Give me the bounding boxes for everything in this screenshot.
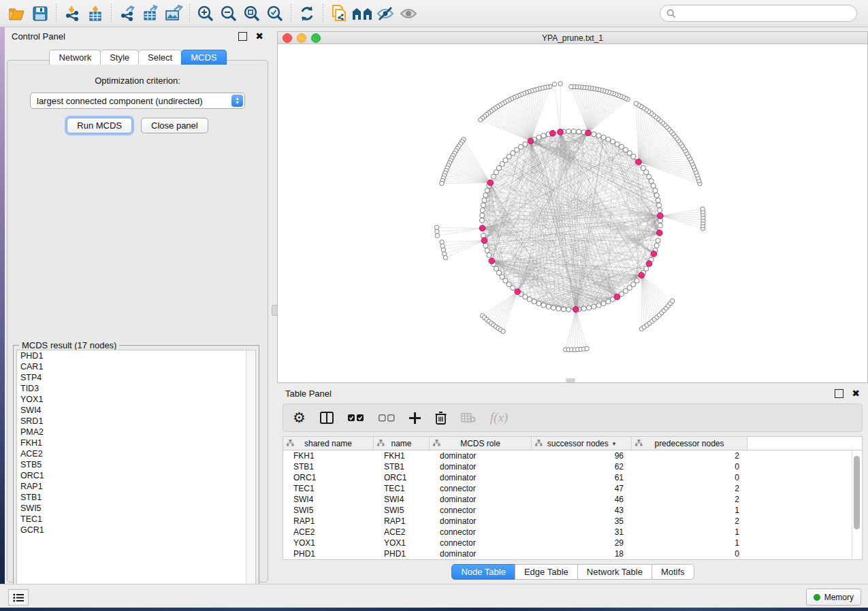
mcds-list-item[interactable]: CAR1	[17, 361, 255, 372]
mcds-list-item[interactable]: RAP1	[17, 481, 255, 492]
graph-node[interactable]	[541, 303, 546, 308]
mcds-list-item[interactable]: STB5	[17, 459, 255, 470]
node-table[interactable]: shared namenameMCDS rolesuccessor nodes▾…	[283, 436, 863, 560]
mcds-list-item[interactable]: SWI4	[17, 405, 255, 416]
table-row[interactable]: TEC1TEC1connector472	[283, 483, 862, 494]
mcds-list-item[interactable]: PHD1	[17, 350, 255, 361]
tab-edge-table[interactable]: Edge Table	[515, 564, 578, 580]
graph-node[interactable]	[656, 238, 660, 243]
close-table-panel-icon[interactable]: ✖	[852, 389, 860, 398]
refresh-layout-button[interactable]	[295, 3, 319, 24]
graph-node[interactable]	[483, 193, 488, 197]
graph-node[interactable]	[644, 266, 649, 271]
float-panel-icon[interactable]	[238, 32, 247, 41]
graph-leaf-node[interactable]	[479, 118, 483, 122]
close-panel-icon[interactable]: ✖	[255, 31, 263, 41]
column-header-MCDS-role[interactable]: MCDS role	[430, 437, 532, 450]
export-image-button[interactable]	[162, 3, 185, 24]
create-column-icon[interactable]	[409, 412, 421, 424]
import-network-button[interactable]	[61, 3, 84, 24]
open-file-button[interactable]	[5, 3, 29, 24]
table-row[interactable]: YOX1YOX1connector291	[283, 538, 862, 548]
graph-node[interactable]	[592, 304, 596, 309]
graph-node[interactable]	[491, 174, 496, 179]
table-row[interactable]: ORC1ORC1dominator610	[283, 472, 862, 483]
mcds-list-item[interactable]: SWI5	[17, 503, 255, 514]
float-table-panel-icon[interactable]	[835, 389, 843, 398]
criterion-select[interactable]: largest connected component (undirected)…	[30, 93, 245, 109]
graph-leaf-node[interactable]	[443, 255, 447, 259]
graph-mcds-hub-node[interactable]	[528, 138, 534, 144]
graph-mcds-hub-node[interactable]	[481, 237, 487, 244]
show-all-button[interactable]	[397, 3, 420, 24]
graph-mcds-hub-node[interactable]	[515, 288, 521, 295]
graph-node[interactable]	[536, 135, 541, 139]
graph-node[interactable]	[586, 306, 591, 310]
graph-mcds-hub-node[interactable]	[479, 225, 485, 231]
vertical-splitter[interactable]	[271, 27, 277, 584]
graph-leaf-node[interactable]	[701, 207, 705, 211]
delete-table-icon[interactable]	[461, 413, 476, 423]
unselect-all-columns-icon[interactable]	[379, 414, 395, 422]
graph-node[interactable]	[606, 137, 611, 142]
graph-leaf-node[interactable]	[501, 329, 505, 333]
graph-mcds-hub-node[interactable]	[558, 129, 564, 135]
graph-node[interactable]	[615, 142, 620, 146]
graph-node[interactable]	[480, 213, 485, 218]
graph-node[interactable]	[480, 208, 485, 212]
graph-node[interactable]	[592, 132, 596, 137]
graph-mcds-hub-node[interactable]	[658, 213, 664, 219]
graph-mcds-hub-node[interactable]	[549, 131, 556, 137]
graph-mcds-hub-node[interactable]	[639, 272, 645, 278]
graph-mcds-hub-node[interactable]	[573, 307, 579, 313]
export-table-button[interactable]	[139, 3, 162, 24]
graph-node[interactable]	[658, 223, 662, 228]
graph-leaf-node[interactable]	[634, 101, 638, 105]
mcds-list-item[interactable]: STP4	[17, 372, 255, 383]
zoom-in-button[interactable]	[194, 3, 217, 24]
graph-node[interactable]	[571, 129, 576, 133]
tab-network[interactable]: Network	[49, 50, 101, 65]
graph-leaf-node[interactable]	[440, 240, 444, 244]
graph-node[interactable]	[649, 179, 654, 184]
graph-node[interactable]	[653, 188, 658, 193]
mcds-list-item[interactable]: TEC1	[17, 514, 255, 525]
table-settings-gear-icon[interactable]: ⚙	[293, 410, 306, 426]
graph-node[interactable]	[556, 306, 561, 311]
table-scrollbar-thumb[interactable]	[854, 456, 860, 529]
mcds-list-item[interactable]: YOX1	[17, 394, 255, 405]
graph-node[interactable]	[482, 198, 487, 203]
network-canvas-svg[interactable]	[278, 44, 867, 382]
task-history-button[interactable]	[8, 589, 29, 606]
graph-mcds-hub-node[interactable]	[585, 130, 592, 136]
graph-mcds-hub-node[interactable]	[636, 159, 642, 165]
export-network-button[interactable]	[116, 3, 139, 24]
graph-node[interactable]	[606, 299, 611, 304]
clone-network-button[interactable]	[327, 3, 351, 24]
graph-leaf-node[interactable]	[569, 84, 573, 88]
graph-node[interactable]	[601, 135, 606, 139]
graph-node[interactable]	[536, 301, 541, 306]
graph-node[interactable]	[611, 139, 615, 144]
graph-leaf-node[interactable]	[434, 225, 438, 229]
mcds-list-item[interactable]: TID3	[17, 383, 255, 394]
graph-node[interactable]	[566, 129, 571, 133]
save-session-button[interactable]	[29, 3, 52, 24]
graph-node[interactable]	[634, 278, 639, 283]
memory-button[interactable]: Memory	[806, 589, 861, 606]
graph-leaf-node[interactable]	[435, 233, 439, 237]
table-row[interactable]: SWI5SWI5connector431	[283, 505, 862, 516]
graph-node[interactable]	[566, 307, 571, 312]
graph-leaf-node[interactable]	[552, 82, 556, 86]
graph-mcds-hub-node[interactable]	[656, 230, 662, 236]
graph-node[interactable]	[646, 174, 651, 179]
column-header-predecessor-nodes[interactable]: predecessor nodes	[632, 437, 748, 450]
graph-node[interactable]	[601, 301, 606, 306]
mcds-result-list[interactable]: PHD1CAR1STP4TID3YOX1SWI4SRD1PMA2FKH1ACE2…	[16, 350, 256, 588]
table-row[interactable]: RAP1RAP1dominator352	[283, 516, 862, 527]
graph-node[interactable]	[487, 252, 492, 257]
zoom-out-button[interactable]	[217, 3, 240, 24]
graph-node[interactable]	[654, 243, 659, 248]
mcds-list-item[interactable]: SRD1	[17, 416, 255, 427]
graph-node[interactable]	[532, 299, 536, 304]
